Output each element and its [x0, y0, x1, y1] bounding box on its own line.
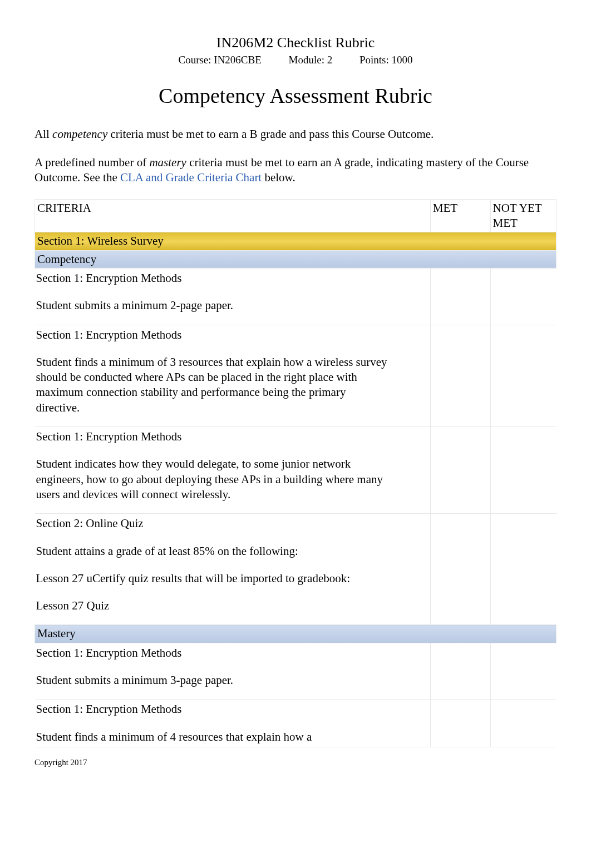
intro1-em: competency [52, 127, 107, 141]
table-header-row: CRITERIA MET NOT YET MET [35, 199, 556, 232]
met-cell [430, 700, 490, 747]
intro2-pre: A predefined number of [35, 156, 149, 169]
section-header: Section 1: Wireless Survey [35, 232, 556, 250]
c4-line2: Lesson 27 uCertify quiz results that wil… [36, 571, 392, 586]
not-met-cell [490, 268, 556, 325]
criteria-cell: Section 1: Encryption Methods Student su… [35, 268, 431, 325]
met-cell [430, 325, 490, 426]
criteria-body: Student submits a minimum 2-page paper. [36, 298, 392, 313]
criteria-body: Student finds a minimum of 3 resources t… [36, 355, 392, 415]
criteria-body: Student finds a minimum of 4 resources t… [36, 730, 392, 745]
table-row: Section 1: Encryption Methods Student fi… [35, 700, 556, 747]
met-cell [430, 643, 490, 700]
document-title: IN206M2 Checklist Rubric [35, 33, 556, 52]
met-cell [430, 427, 490, 514]
competency-subheader-row: Competency [35, 250, 556, 268]
met-cell [430, 268, 490, 325]
intro-paragraph-1: All competency criteria must be met to e… [35, 127, 556, 142]
points-label: Points: 1000 [359, 53, 413, 67]
criteria-body: Student indicates how they would delegat… [36, 457, 392, 502]
header-met: MET [430, 199, 490, 232]
course-label: Course: IN206CBE [178, 53, 261, 67]
table-row: Section 1: Encryption Methods Student fi… [35, 325, 556, 426]
meta-line: Course: IN206CBE Module: 2 Points: 1000 [35, 53, 556, 67]
intro-paragraph-2: A predefined number of mastery criteria … [35, 155, 556, 186]
not-met-cell [490, 325, 556, 426]
criteria-cell: Section 1: Encryption Methods Student su… [35, 643, 431, 700]
criteria-body: Student submits a minimum 3-page paper. [36, 673, 392, 688]
criteria-cell: Section 2: Online Quiz Student attains a… [35, 514, 431, 625]
table-row: Section 1: Encryption Methods Student in… [35, 427, 556, 514]
met-cell [430, 514, 490, 625]
section-row: Section 1: Wireless Survey [35, 232, 556, 250]
criteria-body: Student attains a grade of at least 85% … [36, 544, 392, 614]
header-criteria: CRITERIA [35, 199, 431, 232]
intro2-em: mastery [149, 156, 186, 169]
page-heading: Competency Assessment Rubric [35, 82, 556, 110]
criteria-title: Section 1: Encryption Methods [36, 702, 427, 717]
cla-chart-link[interactable]: CLA and Grade Criteria Chart [120, 171, 262, 184]
criteria-cell: Section 1: Encryption Methods Student fi… [35, 700, 431, 747]
not-met-cell [490, 427, 556, 514]
rubric-table: CRITERIA MET NOT YET MET Section 1: Wire… [35, 199, 556, 747]
not-met-cell [490, 700, 556, 747]
criteria-title: Section 2: Online Quiz [36, 516, 427, 531]
not-met-cell [490, 643, 556, 700]
table-row: Section 1: Encryption Methods Student su… [35, 268, 556, 325]
c4-line1: Student attains a grade of at least 85% … [36, 544, 392, 559]
table-row: Section 2: Online Quiz Student attains a… [35, 514, 556, 625]
intro1-post: criteria must be met to earn a B grade a… [107, 127, 434, 141]
mastery-label: Mastery [35, 625, 556, 643]
mastery-subheader-row: Mastery [35, 625, 556, 643]
criteria-title: Section 1: Encryption Methods [36, 429, 427, 444]
competency-label: Competency [35, 250, 556, 268]
criteria-cell: Section 1: Encryption Methods Student fi… [35, 325, 431, 426]
c4-line3: Lesson 27 Quiz [36, 598, 392, 613]
table-row: Section 1: Encryption Methods Student su… [35, 643, 556, 700]
criteria-title: Section 1: Encryption Methods [36, 271, 427, 286]
not-met-cell [490, 514, 556, 625]
criteria-title: Section 1: Encryption Methods [36, 328, 427, 343]
criteria-cell: Section 1: Encryption Methods Student in… [35, 427, 431, 514]
module-label: Module: 2 [289, 53, 333, 67]
copyright-footer: Copyright 2017 [35, 757, 556, 768]
header-not-yet-met: NOT YET MET [490, 199, 556, 232]
intro1-pre: All [35, 127, 52, 141]
intro2-post: below. [262, 171, 295, 184]
criteria-title: Section 1: Encryption Methods [36, 646, 427, 661]
